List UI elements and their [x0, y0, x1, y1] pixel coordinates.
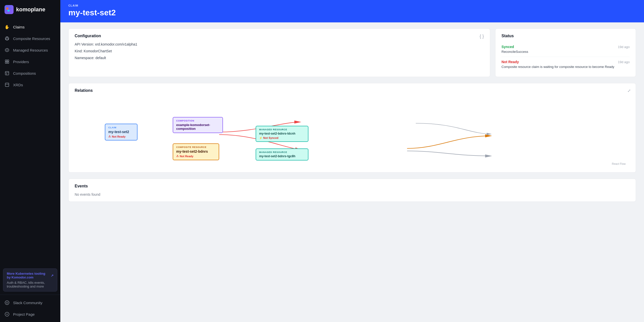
xrds-icon [5, 82, 10, 87]
status-entry-notready: Not Ready 19d ago Composite resource cla… [501, 57, 630, 72]
project-icon [5, 312, 10, 317]
managed-node-2[interactable]: MANAGED RESOURCE my-test-set2-bdnrs-tgc8… [256, 148, 308, 160]
composite-node-title: my-test-set2-bdnrs [176, 149, 216, 153]
react-flow-label: React Flow [612, 162, 626, 165]
providers-icon [5, 59, 10, 64]
logo-icon [5, 5, 14, 14]
app-logo: komoplane [0, 0, 60, 19]
status-row-notready: Not Ready 19d ago [501, 60, 630, 64]
config-line-1: API Version: xrd.komodor.com/v1alpha1 [75, 42, 484, 47]
managed-resources-icon [5, 48, 10, 53]
app-name: komoplane [16, 6, 45, 13]
svg-rect-12 [5, 60, 7, 61]
managed-node-1-label: MANAGED RESOURCE [259, 128, 305, 131]
sidebar-item-managed-resources[interactable]: Managed Resources [0, 44, 60, 56]
sidebar-label-composite-resources: Composite Resources [13, 36, 50, 41]
status-time-synced: 19d ago [618, 45, 630, 49]
svg-line-7 [7, 37, 9, 39]
promo-box: More Kubernetes tooling by Komodor.com ↗… [3, 268, 57, 292]
page-header: CLAIM my-test-set2 [60, 0, 644, 22]
managed-1-status-icon: ⚡ [259, 137, 262, 139]
header-label: CLAIM [68, 4, 636, 7]
flow-connections [75, 97, 630, 167]
sidebar-bottom: Slack Community Project Page [0, 295, 60, 322]
composite-warning-icon: ⚠ [176, 154, 179, 158]
status-badge-synced: Synced [501, 45, 514, 49]
promo-link-text: More Kubernetes tooling by Komodor.com [7, 272, 50, 279]
sidebar-label-claims: Claims [13, 25, 25, 29]
composite-node[interactable]: COMPOSITE RESOURCE my-test-set2-bdnrs ⚠ … [173, 143, 219, 160]
sidebar-item-project[interactable]: Project Page [0, 308, 60, 320]
config-line-2: Kind: KomodorChartSet [75, 49, 484, 54]
svg-point-22 [6, 302, 8, 303]
status-entry-synced: Synced 19d ago ReconcileSuccess [501, 42, 630, 57]
configuration-card: { } Configuration API Version: xrd.komod… [68, 28, 490, 77]
status-card: Status Synced 19d ago ReconcileSuccess N… [495, 28, 636, 77]
relations-card: Relations ⤢ [68, 83, 636, 173]
composition-node-title: example-komodorset-composition [176, 123, 219, 131]
warning-icon: ⚠ [108, 135, 111, 138]
managed-node-1-title: my-test-set2-bdnrs-ldcnh [259, 132, 305, 135]
content-area: { } Configuration API Version: xrd.komod… [60, 22, 644, 322]
sidebar-nav: ✋ Claims Composite Resources Managed Res… [0, 19, 60, 265]
sidebar-item-providers[interactable]: Providers [0, 56, 60, 67]
svg-point-4 [7, 37, 8, 37]
diagram-area: CLAIM my-test-set2 ⚠ Not Ready COMPOSITI… [75, 97, 630, 167]
sidebar-label-slack: Slack Community [13, 301, 42, 305]
config-line-3: Namespace: default [75, 55, 484, 61]
configuration-title: Configuration [75, 34, 484, 38]
sidebar-label-project: Project Page [13, 312, 35, 316]
status-time-notready: 19d ago [618, 60, 630, 64]
managed-node-1-status: ⚡ Not Synced [259, 136, 305, 139]
main-content: CLAIM my-test-set2 { } Configuration API… [60, 0, 644, 322]
compositions-icon [5, 71, 10, 76]
svg-rect-2 [8, 10, 10, 12]
composition-node-label: COMPOSITION [176, 119, 219, 122]
svg-rect-1 [9, 8, 11, 10]
svg-point-21 [5, 301, 9, 305]
config-expand-icon[interactable]: { } [480, 34, 484, 39]
svg-line-8 [6, 37, 7, 39]
promo-description: Auth & RBAC, k8s events, troubleshooting… [7, 281, 54, 288]
managed-node-1[interactable]: MANAGED RESOURCE my-test-set2-bdnrs-ldcn… [256, 126, 308, 142]
composition-node[interactable]: COMPOSITION example-komodorset-compositi… [173, 117, 223, 133]
composite-node-status: ⚠ Not Ready [176, 154, 216, 158]
svg-rect-0 [6, 8, 8, 10]
composite-node-label: COMPOSITE RESOURCE [176, 146, 216, 148]
sidebar-item-compositions[interactable]: Compositions [0, 67, 60, 79]
promo-link[interactable]: More Kubernetes tooling by Komodor.com ↗ [7, 272, 54, 279]
sidebar-label-managed-resources: Managed Resources [13, 48, 48, 52]
no-events-text: No events found [75, 192, 630, 196]
status-msg-synced: ReconcileSuccess [501, 50, 630, 54]
claim-node-label: CLAIM [108, 126, 134, 129]
sidebar-item-claims[interactable]: ✋ Claims [0, 21, 60, 33]
managed-node-2-title: my-test-set2-bdnrs-tgc8h [259, 154, 305, 158]
svg-rect-16 [5, 71, 9, 75]
status-title: Status [501, 34, 630, 38]
svg-rect-14 [5, 62, 7, 63]
page-title: my-test-set2 [68, 8, 636, 17]
sidebar-item-slack[interactable]: Slack Community [0, 297, 60, 308]
external-link-icon: ↗ [51, 274, 54, 277]
events-card: Events No events found [68, 179, 636, 202]
managed-node-2-label: MANAGED RESOURCE [259, 151, 305, 153]
events-title: Events [75, 184, 630, 188]
claim-node[interactable]: CLAIM my-test-set2 ⚠ Not Ready [105, 124, 137, 141]
sidebar-item-xrds[interactable]: XRDs [0, 79, 60, 91]
claim-node-status: ⚠ Not Ready [108, 135, 134, 138]
claims-icon: ✋ [5, 24, 10, 29]
sidebar-item-composite-resources[interactable]: Composite Resources [0, 33, 60, 44]
composite-resources-icon [5, 36, 10, 41]
sidebar-label-providers: Providers [13, 60, 29, 64]
fullscreen-icon[interactable]: ⤢ [627, 88, 631, 93]
sidebar: komoplane ✋ Claims Composite Resources M… [0, 0, 60, 322]
status-msg-notready: Composite resource claim is waiting for … [501, 65, 630, 69]
top-row: { } Configuration API Version: xrd.komod… [68, 28, 636, 77]
slack-icon [5, 300, 10, 305]
svg-rect-15 [7, 62, 9, 63]
relations-title: Relations [75, 88, 630, 93]
sidebar-label-xrds: XRDs [13, 83, 23, 87]
sidebar-label-compositions: Compositions [13, 71, 36, 75]
claim-node-title: my-test-set2 [108, 130, 134, 134]
status-badge-notready: Not Ready [501, 60, 519, 64]
